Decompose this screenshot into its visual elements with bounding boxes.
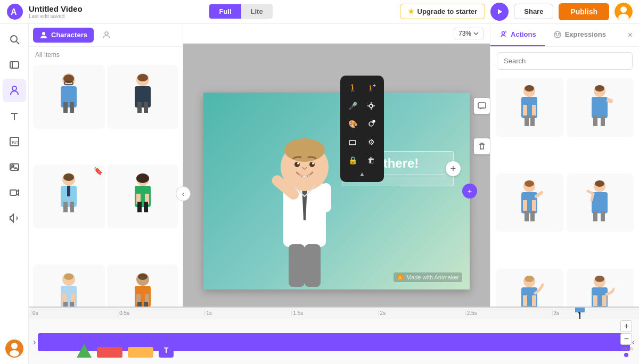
svg-point-57 (64, 274, 73, 280)
full-view-toggle[interactable]: Full (209, 4, 241, 19)
char-card-1[interactable] (33, 65, 105, 129)
svg-rect-120 (530, 211, 535, 221)
svg-point-6 (11, 36, 17, 42)
popup-trash-icon[interactable]: 🗑 (363, 152, 379, 168)
upgrade-button[interactable]: ★ Upgrade to starter (400, 4, 486, 19)
svg-point-35 (137, 74, 148, 81)
left-icon-sidebar: BG (0, 23, 29, 364)
svg-rect-118 (532, 200, 536, 211)
tab-actions[interactable]: Actions (490, 23, 545, 46)
svg-point-80 (309, 162, 315, 167)
popup-walk-add-icon[interactable]: 🚶 + (363, 80, 379, 96)
char-card-2[interactable] (107, 65, 179, 129)
svg-rect-106 (525, 115, 529, 126)
ruler-mark-15: 1.5s (291, 310, 378, 316)
popup-mic-icon[interactable]: 🎤 (345, 98, 361, 114)
search-input[interactable] (497, 52, 633, 70)
svg-line-7 (17, 42, 19, 44)
app-logo[interactable]: A (6, 3, 23, 20)
publish-button[interactable]: Publish (559, 3, 609, 20)
svg-point-134 (525, 276, 534, 282)
tab-expressions[interactable]: Expressions (545, 23, 615, 46)
sidebar-item-audio[interactable] (3, 206, 26, 230)
svg-line-98 (505, 31, 506, 32)
scene-side-actions (474, 98, 490, 154)
sidebar-bottom-avatar[interactable] (5, 340, 23, 358)
right-panel-close[interactable]: × (628, 30, 633, 40)
track-element-bar1[interactable] (97, 347, 122, 358)
svg-rect-17 (10, 190, 17, 195)
view-toggle: Full Lite (209, 4, 272, 19)
svg-rect-40 (63, 202, 68, 212)
svg-text:+: + (373, 83, 376, 88)
popup-gear-icon[interactable]: ⚙ (363, 134, 379, 150)
svg-rect-125 (593, 211, 597, 221)
sidebar-item-scenes[interactable] (3, 53, 26, 77)
right-char-3[interactable] (496, 173, 563, 232)
popup-layer-icon[interactable] (345, 134, 361, 150)
chars-icon-tab[interactable] (96, 28, 117, 43)
watermark: A Made with Animaker (394, 272, 462, 282)
right-panel-header: Actions Expressions × (490, 23, 639, 47)
scene-speech-icon[interactable] (474, 98, 490, 114)
svg-point-81 (297, 162, 299, 164)
sidebar-item-characters[interactable] (3, 79, 26, 102)
right-char-2[interactable] (567, 78, 634, 137)
zoom-selector[interactable]: 73% (454, 28, 484, 39)
svg-point-82 (312, 162, 314, 164)
collapse-panel-button[interactable]: ‹ (176, 186, 191, 201)
popup-collapse-arrow[interactable]: ▲ (345, 170, 380, 178)
svg-rect-137 (593, 295, 597, 306)
popup-lock-icon[interactable]: 🔒 (345, 152, 361, 168)
char-card-4[interactable] (107, 164, 179, 228)
zoom-value: 73% (458, 30, 471, 37)
ruler-mark-2: 2s (379, 310, 465, 316)
add-bubble-button[interactable]: + (446, 161, 461, 176)
sidebar-item-bg[interactable]: BG (3, 130, 26, 153)
popup-palette-icon[interactable]: 🎨 (345, 116, 361, 132)
track-element-bar2[interactable] (128, 347, 153, 358)
chars-all-label: All Items (29, 47, 183, 63)
scene-delete-icon[interactable] (474, 138, 490, 154)
needle-head (575, 308, 585, 312)
expand-right-button[interactable]: + (462, 184, 477, 198)
timeline-track-area: › ‹ T (29, 319, 639, 364)
svg-rect-43 (67, 186, 70, 196)
sidebar-item-images[interactable] (3, 155, 26, 179)
svg-rect-85 (289, 244, 305, 287)
star-icon: ★ (408, 7, 414, 15)
lite-view-toggle[interactable]: Lite (241, 4, 273, 19)
track-element-text[interactable]: T (159, 343, 174, 358)
svg-rect-74 (349, 140, 356, 145)
video-title[interactable]: Untitled Video (29, 4, 83, 13)
svg-point-100 (555, 33, 556, 34)
sidebar-item-search[interactable] (3, 28, 26, 51)
char-card-3[interactable]: 🔖 (33, 164, 105, 228)
svg-rect-130 (523, 295, 527, 306)
right-char-1[interactable] (496, 78, 563, 137)
svg-point-108 (525, 85, 534, 92)
svg-rect-105 (532, 105, 536, 115)
right-char-4[interactable] (567, 173, 634, 232)
svg-text:BG: BG (12, 140, 19, 145)
track-left-arrow[interactable]: › (33, 337, 36, 347)
popup-walk-icon[interactable]: 🚶 (345, 80, 361, 96)
popup-scatter-icon[interactable] (363, 98, 379, 114)
characters-tab[interactable]: Characters (33, 28, 94, 43)
sidebar-item-text[interactable] (3, 104, 26, 128)
ruler-mark-25: 2.5s (465, 310, 552, 316)
topbar-right: ★ Upgrade to starter Share Publish (400, 3, 633, 21)
bookmark-icon: 🔖 (94, 167, 103, 175)
popup-sparkle-icon[interactable] (363, 116, 379, 132)
svg-point-10 (12, 86, 17, 90)
topbar-left: A Untitled Video Last edit saved (6, 3, 83, 20)
svg-point-97 (502, 31, 505, 34)
svg-rect-131 (532, 295, 536, 306)
track-elements: T (77, 343, 174, 358)
track-element-triangle[interactable] (77, 344, 92, 358)
sidebar-item-video[interactable] (3, 181, 26, 204)
svg-rect-90 (478, 103, 486, 108)
share-button[interactable]: Share (514, 4, 553, 19)
user-avatar[interactable] (615, 3, 633, 21)
preview-button[interactable] (490, 3, 509, 21)
